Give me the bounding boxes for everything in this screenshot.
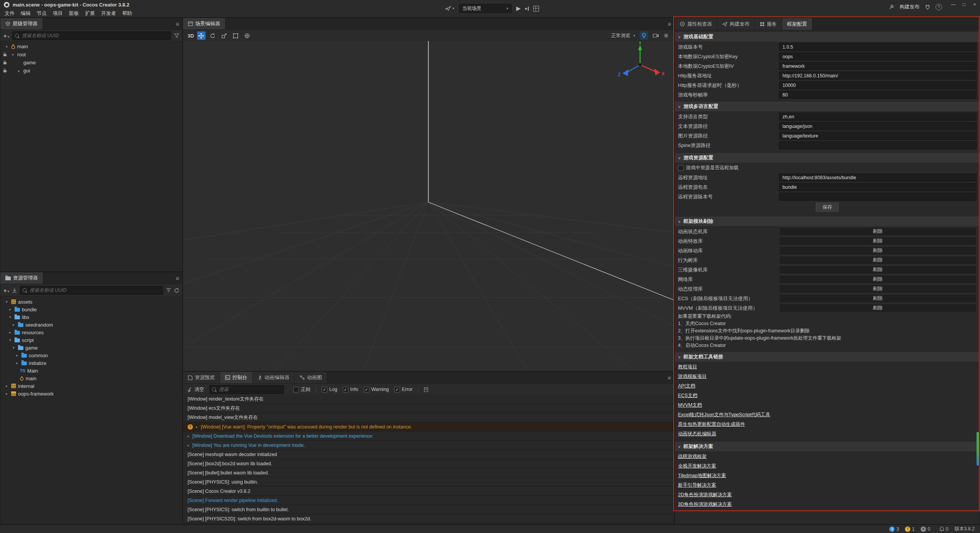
doc-link-animator-editor[interactable]: 动画状态机编辑器: [678, 429, 716, 439]
status-notifications[interactable]: 0: [939, 526, 948, 532]
assets-search[interactable]: [20, 286, 163, 295]
tab-property-inspector[interactable]: 属性检查器: [675, 18, 717, 30]
remote-url-input[interactable]: [779, 173, 977, 181]
solution-link-2drpg[interactable]: 2D角色扮演游戏解决方案: [678, 490, 732, 500]
expand-icon[interactable]: ▾: [4, 300, 9, 304]
error-checkbox[interactable]: [394, 387, 400, 392]
solution-link-fullstack[interactable]: 全栈开发解决方案: [678, 461, 716, 471]
expand-icon[interactable]: ▾: [11, 346, 16, 350]
hierarchy-search[interactable]: [12, 31, 171, 40]
tab-asset-preview[interactable]: 资源预览: [183, 372, 220, 383]
section-module-trim[interactable]: ∨框架模块剔除: [675, 216, 980, 227]
expand-icon[interactable]: ▸: [188, 443, 189, 447]
tab-assets[interactable]: 资源管理器: [0, 272, 43, 284]
mode-3d-button[interactable]: 3D: [188, 33, 194, 39]
menu-panel[interactable]: 面板: [66, 10, 82, 17]
section-solutions[interactable]: ∨框架解决方案: [675, 441, 980, 452]
expand-icon[interactable]: ▸: [4, 384, 9, 388]
regex-toggle[interactable]: 正则: [293, 386, 310, 393]
minimize-button[interactable]: —: [948, 0, 959, 9]
remove-button[interactable]: 剔除: [779, 294, 977, 303]
log-row-info[interactable]: ▸ [Window] You are running Vue in develo…: [183, 441, 674, 450]
asset-node[interactable]: ▸ seedrandom: [0, 321, 182, 329]
expand-icon[interactable]: ▾: [8, 338, 13, 342]
status-warning[interactable]: ! 1: [905, 526, 915, 532]
http-timeout-input[interactable]: [779, 81, 977, 89]
remove-button[interactable]: 剔除: [779, 237, 977, 245]
maximize-button[interactable]: □: [959, 0, 969, 9]
help-icon[interactable]: ?: [936, 4, 942, 10]
remove-button[interactable]: 剔除: [779, 304, 977, 312]
expand-icon[interactable]: ▾: [4, 45, 9, 49]
doc-link-excel-tool[interactable]: Excel格式转Json文件与TypeScript代码工具: [678, 410, 770, 420]
rect-tool-icon[interactable]: [232, 31, 240, 40]
remove-button[interactable]: 剔除: [779, 246, 977, 255]
remove-button[interactable]: 剔除: [779, 256, 977, 265]
spine-path-input[interactable]: [779, 141, 977, 149]
doc-link-tutorial[interactable]: 教程项目: [678, 362, 697, 372]
filter-error[interactable]: Error: [394, 387, 413, 392]
menu-project[interactable]: 项目: [50, 10, 66, 17]
filter-icon[interactable]: [174, 33, 179, 38]
remote-version-input[interactable]: [779, 193, 977, 201]
tab-animation-graph[interactable]: 动画图: [295, 372, 327, 383]
section-resource-config[interactable]: ∨游戏资源配置: [675, 152, 980, 163]
info-checkbox[interactable]: [343, 387, 348, 392]
remote-bundle-input[interactable]: [779, 183, 977, 191]
asset-node[interactable]: ▾ script: [0, 336, 182, 344]
log-row[interactable]: [Window] ecs文件夹存在: [183, 404, 674, 413]
refresh-icon[interactable]: [174, 288, 179, 293]
expand-icon[interactable]: ▸: [4, 392, 9, 396]
panel-menu-icon[interactable]: ≡: [668, 18, 671, 29]
doc-link-hotupdate-plugin[interactable]: 原生包热更新配置自动生成插件: [678, 420, 745, 429]
log-row[interactable]: [Scene] [box2d]:box2d wasm lib loaded.: [183, 459, 674, 468]
asset-node[interactable]: main: [0, 374, 182, 382]
save-button[interactable]: 保存: [816, 203, 839, 212]
expand-icon[interactable]: ▸: [11, 323, 16, 327]
status-error[interactable]: × 0: [921, 526, 930, 532]
crypto-key-input[interactable]: [779, 52, 977, 60]
tab-build-publish[interactable]: 构建发布: [717, 18, 755, 30]
add-node-button[interactable]: +▾: [3, 33, 9, 39]
plugin-icon[interactable]: [925, 4, 930, 10]
close-button[interactable]: ×: [969, 0, 980, 9]
filter-warning[interactable]: Warning: [364, 387, 389, 392]
asset-node[interactable]: ▸ internal: [0, 382, 182, 390]
doc-link-ecs[interactable]: ECS文档: [678, 391, 697, 401]
menu-developer[interactable]: 开发者: [98, 10, 119, 17]
crypto-iv-input[interactable]: [779, 62, 977, 70]
section-game-basic-config[interactable]: ∨游戏基础配置: [675, 31, 980, 42]
asset-node[interactable]: ▾ libs: [0, 313, 182, 321]
remove-button[interactable]: 剔除: [779, 265, 977, 274]
layout-grid-icon[interactable]: [533, 6, 539, 11]
remove-button[interactable]: 剔除: [779, 227, 977, 236]
menu-extension[interactable]: 扩展: [82, 10, 98, 17]
asset-node[interactable]: ▾ game: [0, 344, 182, 352]
asset-node[interactable]: ▸ oops-framework: [0, 390, 182, 397]
menu-edit[interactable]: 编辑: [18, 10, 34, 17]
asset-node[interactable]: TS Main: [0, 367, 182, 374]
log-row[interactable]: [Scene] [bullet]:bullet wasm lib loaded.: [183, 468, 674, 477]
expand-icon[interactable]: ▸: [188, 434, 189, 438]
expand-icon[interactable]: ▸: [15, 353, 20, 357]
log-file-icon[interactable]: [424, 387, 428, 392]
expand-icon[interactable]: ▸: [8, 307, 13, 311]
expand-icon[interactable]: ▾: [8, 315, 13, 319]
scale-tool-icon[interactable]: [220, 31, 229, 40]
tree-node-main[interactable]: ▾ main: [0, 43, 182, 51]
launch-target-icon[interactable]: ▾: [445, 6, 454, 11]
log-row[interactable]: [Scene] [PHYSICS]: switch from builtin t…: [183, 505, 674, 514]
section-doc-links[interactable]: ∨框架文档工具链接: [675, 352, 980, 362]
warning-checkbox[interactable]: [364, 387, 369, 392]
doc-link-template[interactable]: 游戏模板项目: [678, 372, 707, 381]
build-publish-button[interactable]: 构建发布: [900, 3, 920, 10]
step-button[interactable]: ▸: [525, 6, 529, 11]
log-row[interactable]: [Scene] [PHYSICS]: using builtin.: [183, 477, 674, 487]
menu-file[interactable]: 文件: [2, 10, 18, 17]
asset-node[interactable]: ▸ common: [0, 352, 182, 359]
section-i18n-config[interactable]: ∨游戏多语言配置: [675, 101, 980, 112]
text-path-input[interactable]: [779, 122, 977, 130]
tab-animation-editor[interactable]: 动画编辑器: [253, 372, 295, 383]
expand-icon[interactable]: ▸: [15, 361, 20, 365]
log-row-warning[interactable]: ! ▸ [Window] [Vue warn]: Property "onInp…: [183, 422, 674, 432]
